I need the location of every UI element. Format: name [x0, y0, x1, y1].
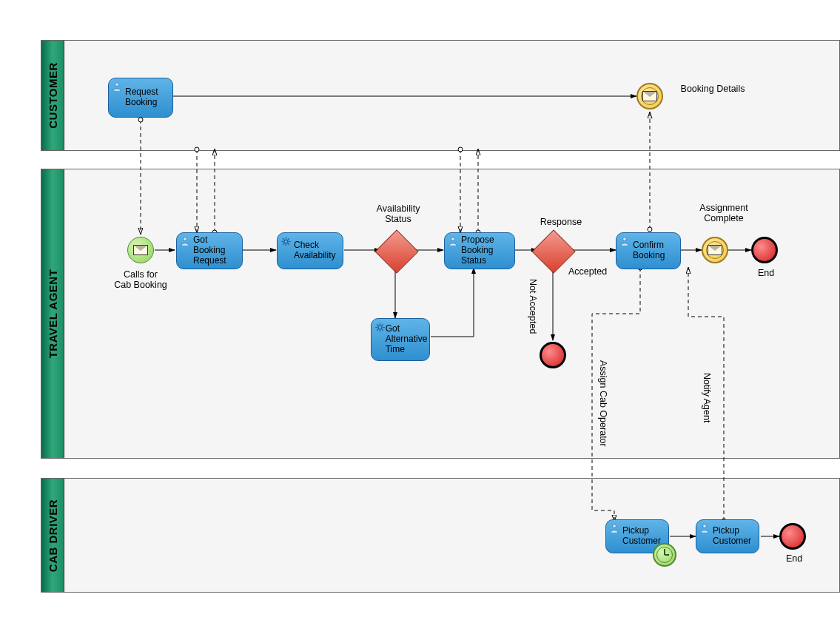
- svg-line-18: [377, 324, 378, 326]
- gear-icon: [280, 236, 292, 249]
- svg-line-8: [283, 238, 284, 240]
- label-end-driver: End: [782, 553, 807, 564]
- pool-header-customer: CUSTOMER: [41, 41, 64, 150]
- svg-line-19: [382, 329, 383, 331]
- svg-line-9: [288, 243, 289, 245]
- task-pickup-customer-2[interactable]: Pickup Customer: [696, 519, 759, 553]
- pool-header-driver: CAB DRIVER: [41, 479, 64, 592]
- label-response: Response: [534, 217, 588, 227]
- task-confirm-booking[interactable]: Confirm Booking: [616, 232, 681, 269]
- svg-point-22: [623, 237, 627, 241]
- envelope-icon: [642, 91, 657, 101]
- label-notify-agent: Notify Agent: [702, 361, 712, 435]
- event-start-calls[interactable]: [127, 237, 154, 263]
- label-availability-status: Availability Status: [365, 203, 431, 225]
- event-end-agent[interactable]: [751, 237, 778, 263]
- label-not-accepted: Not Accepted: [528, 269, 538, 343]
- envelope-icon: [708, 245, 722, 255]
- pool-title: CUSTOMER: [47, 62, 59, 129]
- pool-header-agent: TRAVEL AGENT: [41, 169, 64, 458]
- event-booking-details[interactable]: [636, 83, 663, 109]
- task-got-booking-request[interactable]: Got Booking Request: [176, 232, 243, 269]
- svg-point-12: [451, 237, 455, 241]
- user-icon: [609, 523, 619, 536]
- svg-point-2: [184, 237, 187, 241]
- task-request-booking[interactable]: Request Booking: [108, 78, 173, 118]
- user-icon: [699, 523, 710, 536]
- svg-point-13: [378, 326, 382, 329]
- label-assign-cab-operator: Assign Cab Operator: [598, 355, 608, 451]
- svg-point-24: [703, 525, 707, 528]
- svg-point-3: [284, 240, 288, 243]
- svg-line-21: [382, 324, 383, 326]
- svg-line-20: [377, 329, 378, 331]
- pool-title: CAB DRIVER: [47, 499, 59, 571]
- user-icon: [448, 236, 458, 249]
- svg-point-1: [115, 83, 119, 87]
- gear-icon: [374, 322, 386, 335]
- label-end-agent: End: [753, 268, 779, 278]
- event-end-not-accepted[interactable]: [540, 342, 566, 368]
- bpmn-diagram: CUSTOMER TRAVEL AGENT CAB DRIVER: [7, 7, 840, 617]
- user-icon: [180, 236, 190, 249]
- label-accepted: Accepted: [568, 266, 616, 277]
- label-booking-details: Booking Details: [676, 84, 750, 94]
- label-assignment-complete: Assignment Complete: [687, 203, 761, 224]
- event-assignment-complete[interactable]: [702, 237, 728, 263]
- svg-line-11: [288, 238, 289, 240]
- label-calls-for: Calls for Cab Booking: [106, 269, 175, 291]
- task-check-availability[interactable]: Check Availability: [277, 232, 343, 269]
- user-icon: [619, 236, 630, 249]
- svg-point-23: [613, 525, 616, 528]
- task-propose-booking-status[interactable]: Propose Booking Status: [444, 232, 515, 269]
- event-end-driver[interactable]: [779, 523, 806, 550]
- timer-icon: [653, 543, 676, 567]
- user-icon: [112, 81, 122, 94]
- task-label: Propose Booking Status: [449, 235, 510, 266]
- task-got-alternative-time[interactable]: Got Alternative Time: [371, 318, 430, 361]
- envelope-icon: [133, 245, 148, 255]
- svg-line-10: [283, 243, 284, 245]
- pool-title: TRAVEL AGENT: [47, 269, 59, 359]
